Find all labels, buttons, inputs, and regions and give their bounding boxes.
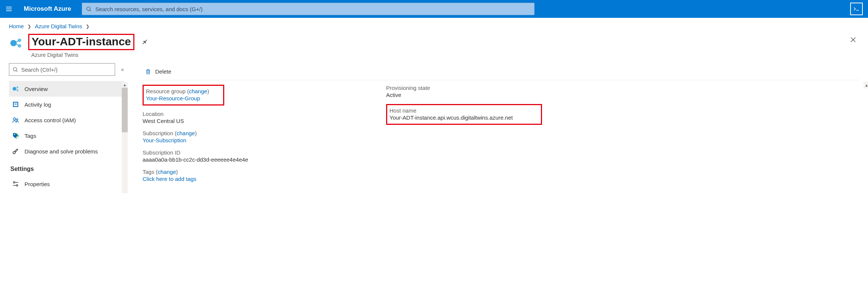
delete-button[interactable]: Delete <box>143 67 173 77</box>
provisioning-value: Active <box>386 92 604 98</box>
svg-point-15 <box>13 87 16 91</box>
pin-icon <box>140 37 150 47</box>
provisioning-label: Provisioning state <box>386 85 604 91</box>
delete-label: Delete <box>155 68 171 75</box>
sidebar-item-label: Diagnose and solve problems <box>25 148 98 155</box>
sidebar-item-label: Tags <box>25 133 36 139</box>
svg-line-10 <box>16 44 19 46</box>
subscription-value[interactable]: Your-Subscription <box>143 137 360 143</box>
sidebar-item-label: Access control (IAM) <box>25 117 76 123</box>
svg-line-4 <box>90 10 91 11</box>
chevron-right-icon: ❯ <box>27 24 31 29</box>
sidebar-item-properties[interactable]: Properties <box>9 176 124 192</box>
svg-point-16 <box>17 87 19 88</box>
change-subscription-link[interactable]: change <box>177 130 195 136</box>
search-icon <box>86 6 92 12</box>
svg-point-8 <box>18 44 22 48</box>
svg-point-26 <box>13 182 15 183</box>
resource-header: Your-ADT-instance Azure Digital Twins <box>0 32 868 63</box>
sidebar-item-overview[interactable]: Overview <box>9 81 124 97</box>
change-tags-link[interactable]: change <box>158 169 176 175</box>
essentials-left-col: Resource group (change) Your-Resource-Gr… <box>143 85 360 188</box>
sidebar-item-diagnose[interactable]: Diagnose and solve problems <box>9 143 124 159</box>
global-search[interactable] <box>82 3 535 15</box>
svg-line-14 <box>16 71 17 72</box>
delete-icon <box>145 68 151 75</box>
tags-icon <box>12 132 19 139</box>
hamburger-menu-icon[interactable] <box>0 0 18 18</box>
sidebar-search[interactable] <box>9 63 115 76</box>
location-label: Location <box>143 111 360 117</box>
sidebar-item-label: Properties <box>25 181 50 187</box>
topbar: Microsoft Azure <box>0 0 868 18</box>
access-control-icon <box>12 116 19 124</box>
sidebar-item-access-control[interactable]: Access control (IAM) <box>9 112 124 128</box>
hostname-value: Your-ADT-instance.api.wcus.digitaltwins.… <box>389 114 537 121</box>
diagnose-icon <box>12 147 19 155</box>
activity-log-icon <box>12 101 19 108</box>
main-content: Delete ▲ Resource group (change) Your-Re… <box>126 63 868 195</box>
svg-point-7 <box>18 39 22 42</box>
svg-rect-19 <box>14 103 17 106</box>
essentials-right-col: Provisioning state Active Host name Your… <box>386 85 604 188</box>
global-search-input[interactable] <box>95 6 531 12</box>
brand-label[interactable]: Microsoft Azure <box>22 5 78 13</box>
location-field: Location West Central US <box>143 111 360 124</box>
hostname-box: Host name Your-ADT-instance.api.wcus.dig… <box>386 104 542 125</box>
cloud-shell-button[interactable] <box>850 3 863 15</box>
pin-button[interactable] <box>140 37 150 47</box>
page-title: Your-ADT-instance <box>28 34 134 50</box>
search-icon <box>12 66 18 72</box>
resource-group-label: Resource group (change) <box>146 88 219 94</box>
resource-group-value[interactable]: Your-Resource-Group <box>146 95 219 101</box>
collapse-sidebar-button[interactable]: « <box>119 66 126 72</box>
sidebar-item-label: Overview <box>25 86 48 92</box>
svg-point-13 <box>13 68 17 71</box>
svg-point-24 <box>14 134 15 135</box>
breadcrumb-adt[interactable]: Azure Digital Twins <box>35 23 82 29</box>
chevron-right-icon: ❯ <box>86 24 89 29</box>
svg-line-9 <box>16 40 19 42</box>
change-resource-group-link[interactable]: change <box>189 88 207 94</box>
toolbar: Delete <box>143 63 859 80</box>
subscription-id-field: Subscription ID aaaa0a0a-bb1b-cc2c-dd3d-… <box>143 149 360 163</box>
tags-field: Tags (change) Click here to add tags <box>143 169 360 182</box>
tags-label: Tags (change) <box>143 169 360 175</box>
svg-point-6 <box>10 40 17 46</box>
hostname-label: Host name <box>389 107 537 114</box>
adt-resource-icon <box>9 36 23 50</box>
sidebar-item-activity-log[interactable]: Activity log <box>9 97 124 112</box>
tags-value[interactable]: Click here to add tags <box>143 176 360 182</box>
svg-point-17 <box>17 90 19 91</box>
main-scroll-up[interactable]: ▲ <box>864 82 868 88</box>
sidebar-nav: Overview Activity log Access control (IA… <box>9 81 124 192</box>
properties-icon <box>12 180 19 188</box>
svg-point-28 <box>16 185 18 186</box>
breadcrumb-home[interactable]: Home <box>9 23 24 29</box>
svg-point-25 <box>13 152 15 154</box>
subscription-label: Subscription (change) <box>143 130 360 136</box>
sidebar-item-label: Activity log <box>25 101 51 108</box>
body: « Overview Activity log Access control (… <box>0 63 868 195</box>
page-subtitle: Azure Digital Twins <box>28 52 150 58</box>
svg-point-22 <box>13 118 16 120</box>
sidebar-section-settings: Settings <box>9 159 124 176</box>
svg-point-23 <box>16 119 18 120</box>
sidebar-search-input[interactable] <box>21 66 112 73</box>
subscription-id-value: aaaa0a0a-bb1b-cc2c-dd3d-eeeeee4e4e4e <box>143 156 360 163</box>
subscription-field: Subscription (change) Your-Subscription <box>143 130 360 143</box>
subscription-id-label: Subscription ID <box>143 149 360 156</box>
breadcrumb: Home ❯ Azure Digital Twins ❯ <box>0 18 868 32</box>
location-value: West Central US <box>143 118 360 124</box>
adt-mini-icon <box>12 85 19 93</box>
close-button[interactable] <box>847 34 859 46</box>
close-icon <box>850 36 856 43</box>
sidebar: « Overview Activity log Access control (… <box>0 63 126 195</box>
resource-group-box: Resource group (change) Your-Resource-Gr… <box>143 85 224 106</box>
svg-point-3 <box>87 7 90 10</box>
provisioning-field: Provisioning state Active <box>386 85 604 98</box>
sidebar-item-tags[interactable]: Tags <box>9 128 124 143</box>
essentials: Resource group (change) Your-Resource-Gr… <box>143 80 859 188</box>
